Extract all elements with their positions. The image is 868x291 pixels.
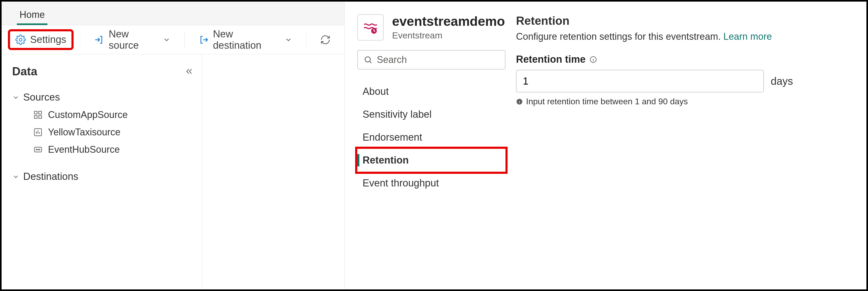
nav-sensitivity[interactable]: Sensitivity label — [357, 103, 505, 126]
chevron-down-icon — [12, 94, 20, 101]
entity-title: eventstreamdemo — [392, 14, 505, 29]
svg-rect-3 — [35, 116, 37, 118]
toolbar-separator — [306, 32, 306, 48]
new-source-button[interactable]: New source — [88, 25, 176, 54]
collapse-icon[interactable] — [185, 67, 194, 76]
settings-search[interactable] — [357, 50, 505, 70]
info-icon[interactable] — [589, 56, 597, 64]
chevron-down-icon — [12, 173, 20, 180]
info-solid-icon — [516, 98, 523, 105]
tab-bar: Home — [2, 2, 344, 25]
nav-retention[interactable]: Retention — [357, 149, 505, 172]
destinations-section-header[interactable]: Destinations — [12, 168, 202, 185]
nav-endorsement[interactable]: Endorsement — [357, 126, 505, 149]
settings-search-input[interactable] — [377, 54, 499, 65]
chevron-down-icon — [284, 36, 292, 44]
sidebar-title: Data — [12, 65, 37, 78]
svg-point-8 — [38, 149, 38, 150]
toolbar-separator — [80, 32, 80, 48]
retention-time-input[interactable] — [516, 70, 764, 93]
svg-rect-1 — [35, 111, 37, 114]
source-item-label: CustomAppSource — [48, 109, 128, 120]
refresh-icon — [320, 35, 331, 45]
sources-section-header[interactable]: Sources — [12, 88, 202, 106]
new-source-label: New source — [108, 29, 158, 51]
toolbar: Settings New source New destination — [2, 25, 344, 54]
settings-panel: eventstreamdemo Eventstream About Sensit… — [344, 2, 866, 289]
svg-point-9 — [39, 149, 40, 150]
settings-label: Settings — [30, 34, 66, 45]
retention-unit: days — [771, 75, 793, 87]
sources-label: Sources — [23, 92, 60, 103]
sample-data-icon — [33, 128, 43, 137]
svg-point-7 — [36, 149, 37, 150]
data-sidebar: Data Sources CustomAppSource YellowTaxis — [2, 54, 202, 289]
tab-home[interactable]: Home — [12, 4, 52, 25]
svg-rect-2 — [39, 111, 42, 114]
search-icon — [364, 55, 373, 64]
destinations-label: Destinations — [23, 171, 78, 182]
chevron-down-icon — [163, 36, 170, 44]
eventstream-icon — [357, 14, 384, 41]
source-item[interactable]: YellowTaxisource — [12, 123, 202, 141]
source-item[interactable]: CustomAppSource — [12, 106, 202, 123]
arrow-out-bracket-icon — [198, 35, 209, 45]
section-title: Retention — [516, 14, 850, 27]
section-description: Configure retention settings for this ev… — [516, 31, 850, 42]
retention-hint: Input retention time between 1 and 90 da… — [516, 97, 850, 106]
entity-subtitle: Eventstream — [392, 30, 505, 41]
entity-header: eventstreamdemo Eventstream — [357, 14, 505, 41]
toolbar-separator — [184, 32, 185, 48]
gear-icon — [15, 35, 26, 45]
new-destination-button[interactable]: New destination — [192, 25, 298, 54]
retention-time-label: Retention time — [516, 54, 850, 65]
svg-rect-4 — [39, 116, 42, 118]
eventhub-icon — [33, 145, 43, 154]
learn-more-link[interactable]: Learn more — [723, 31, 772, 42]
svg-point-11 — [365, 57, 370, 62]
new-destination-label: New destination — [213, 29, 280, 51]
source-item-label: YellowTaxisource — [48, 127, 121, 138]
canvas-area[interactable] — [202, 54, 344, 289]
source-item-label: EventHubSource — [48, 144, 120, 155]
svg-point-0 — [19, 38, 22, 41]
settings-button[interactable]: Settings — [9, 31, 72, 48]
nav-about[interactable]: About — [357, 80, 505, 103]
arrow-into-bracket-icon — [94, 35, 104, 45]
nav-throughput[interactable]: Event throughput — [357, 172, 505, 194]
custom-app-icon — [33, 110, 43, 119]
source-item[interactable]: EventHubSource — [12, 141, 202, 158]
refresh-button[interactable] — [314, 31, 336, 48]
